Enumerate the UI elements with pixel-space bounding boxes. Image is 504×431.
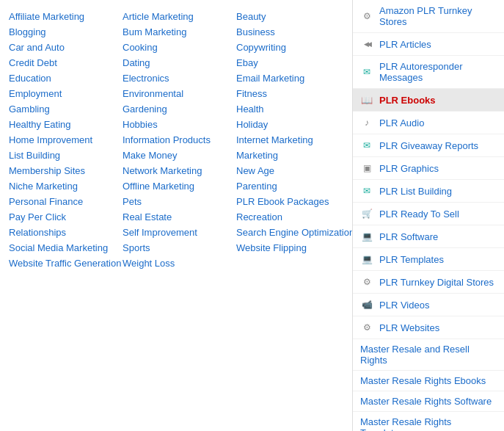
menu-item-plr-audio[interactable]: ♪PLR Audio [353, 112, 504, 134]
category-item[interactable]: Sports [120, 240, 233, 256]
category-item[interactable]: Employment [6, 86, 120, 101]
category-item[interactable]: Recreation [233, 209, 352, 225]
category-item[interactable]: Health [233, 101, 352, 117]
menu-item-label: PLR Audio [379, 117, 424, 128]
category-item[interactable] [233, 256, 352, 260]
menu-item-label: PLR Websites [379, 322, 439, 333]
gear2-icon: ⚙ [360, 276, 373, 288]
category-item[interactable]: Dating [120, 55, 233, 70]
category-item[interactable]: Pets [120, 194, 233, 209]
category-item[interactable]: Membership Sites [6, 163, 120, 178]
category-item[interactable]: PLR Ebook Packages [233, 194, 352, 209]
category-item[interactable]: Website Traffic Generation [6, 256, 120, 271]
gift-icon: ✉ [360, 140, 373, 151]
menu-item-plr-software[interactable]: 💻PLR Software [353, 225, 504, 248]
list-icon: ✉ [360, 185, 373, 197]
categories-panel: Affiliate MarketingBloggingCar and AutoC… [0, 0, 352, 431]
menu-item-plr-autoresponder[interactable]: ✉PLR Autoresponder Messages [353, 56, 504, 89]
category-item[interactable]: Niche Marketing [6, 178, 120, 194]
menu-item-label: PLR Ebooks [379, 95, 436, 106]
category-item[interactable]: Credit Debt [6, 55, 120, 70]
category-item[interactable]: Home Improvement [6, 132, 120, 148]
menu-item-plr-turnkey[interactable]: ⚙PLR Turnkey Digital Stores [353, 271, 504, 294]
cart-icon: 🛒 [360, 208, 373, 220]
menu-item-plr-ebooks[interactable]: 📖PLR Ebooks [353, 89, 504, 112]
menu-section-label[interactable]: Master Resale Rights Templates [353, 412, 504, 431]
music-icon: ♪ [360, 117, 373, 128]
category-item[interactable]: Copywriting [233, 40, 352, 55]
col1: Affiliate MarketingBloggingCar and AutoC… [6, 9, 120, 271]
category-item[interactable]: Weight Loss [120, 256, 233, 271]
menu-item-plr-ready[interactable]: 🛒PLR Ready To Sell [353, 203, 504, 225]
menu-item-plr-templates[interactable]: 💻PLR Templates [353, 248, 504, 271]
menu-item-label: PLR Graphics [379, 163, 439, 174]
image-icon: ▣ [360, 162, 373, 174]
category-item[interactable]: Gardening [120, 101, 233, 117]
category-item[interactable]: Marketing [233, 148, 352, 163]
category-item[interactable]: Business [233, 24, 352, 40]
category-item[interactable]: Self Improvement [120, 225, 233, 240]
category-item[interactable]: Offline Marketing [120, 178, 233, 194]
category-item[interactable]: Gambling [6, 101, 120, 117]
category-item[interactable]: Search Engine Optimization [233, 225, 352, 240]
menu-item-plr-videos[interactable]: 📹PLR Videos [353, 294, 504, 316]
category-item[interactable]: Network Marketing [120, 163, 233, 178]
menu-item-plr-list-building[interactable]: ✉PLR List Building [353, 180, 504, 203]
category-item[interactable]: Relationships [6, 225, 120, 240]
category-item[interactable]: Personal Finance [6, 194, 120, 209]
menu-item-plr-websites[interactable]: ⚙PLR Websites [353, 316, 504, 339]
menu-item-amazon-plr[interactable]: ⚙Amazon PLR Turnkey Stores [353, 0, 504, 33]
template-icon: 💻 [360, 253, 373, 265]
category-item[interactable]: Education [6, 70, 120, 86]
category-item[interactable]: Holiday [233, 117, 352, 132]
category-item[interactable]: Hobbies [120, 117, 233, 132]
arrow-icon: ◀◀ [360, 38, 373, 50]
category-item[interactable]: Email Marketing [233, 70, 352, 86]
menu-item-plr-giveaway[interactable]: ✉PLR Giveaway Reports [353, 134, 504, 157]
menu-item-label: PLR Videos [379, 300, 429, 311]
menu-item-label: PLR List Building [379, 186, 452, 197]
menu-item-label: PLR Software [379, 231, 438, 242]
laptop-icon: 💻 [360, 231, 373, 242]
menu-item-label: PLR Turnkey Digital Stores [379, 277, 494, 288]
category-item[interactable]: Make Money [120, 148, 233, 163]
category-item[interactable]: Website Flipping [233, 240, 352, 256]
col2: Article MarketingBum MarketingCookingDat… [120, 9, 233, 271]
category-item[interactable]: Article Marketing [120, 9, 233, 24]
menu-section-label[interactable]: Master Resale Rights Ebooks [353, 371, 504, 391]
gear3-icon: ⚙ [360, 322, 373, 333]
menu-item-label: PLR Ready To Sell [379, 209, 459, 220]
menu-section-label[interactable]: Master Resale and Resell Rights [353, 339, 504, 371]
category-item[interactable]: Real Estate [120, 209, 233, 225]
menu-section-label[interactable]: Master Resale Rights Software [353, 391, 504, 412]
menu-item-label: Amazon PLR Turnkey Stores [379, 5, 497, 27]
book-red-icon: 📖 [360, 94, 373, 106]
video-icon: 📹 [360, 299, 373, 311]
category-item[interactable]: List Building [6, 148, 120, 163]
category-item[interactable]: Healthy Eating [6, 117, 120, 132]
category-item[interactable]: Affiliate Marketing [6, 9, 120, 24]
category-item[interactable]: Internet Marketing [233, 132, 352, 148]
menu-item-label: PLR Templates [379, 254, 444, 265]
category-item[interactable]: Pay Per Click [6, 209, 120, 225]
menu-item-plr-graphics[interactable]: ▣PLR Graphics [353, 157, 504, 180]
menu-item-plr-articles[interactable]: ◀◀PLR Articles [353, 33, 504, 56]
category-item[interactable]: Information Products [120, 132, 233, 148]
category-item[interactable]: Parenting [233, 178, 352, 194]
category-item[interactable]: Car and Auto [6, 40, 120, 55]
category-item[interactable]: Electronics [120, 70, 233, 86]
category-item[interactable]: Environmental [120, 86, 233, 101]
category-item[interactable]: Ebay [233, 55, 352, 70]
category-item[interactable]: Cooking [120, 40, 233, 55]
category-item[interactable]: Social Media Marketing [6, 240, 120, 256]
category-item[interactable]: Fitness [233, 86, 352, 101]
envelope-icon: ✉ [360, 66, 373, 78]
category-item[interactable]: Bum Marketing [120, 24, 233, 40]
menu-item-label: PLR Giveaway Reports [379, 140, 478, 151]
category-item[interactable]: Blogging [6, 24, 120, 40]
category-item[interactable]: Beauty [233, 9, 352, 24]
category-item[interactable]: New Age [233, 163, 352, 178]
gear-icon: ⚙ [360, 10, 373, 22]
col3: BeautyBusinessCopywritingEbayEmail Marke… [233, 9, 352, 271]
categories-grid: Affiliate MarketingBloggingCar and AutoC… [0, 6, 352, 274]
